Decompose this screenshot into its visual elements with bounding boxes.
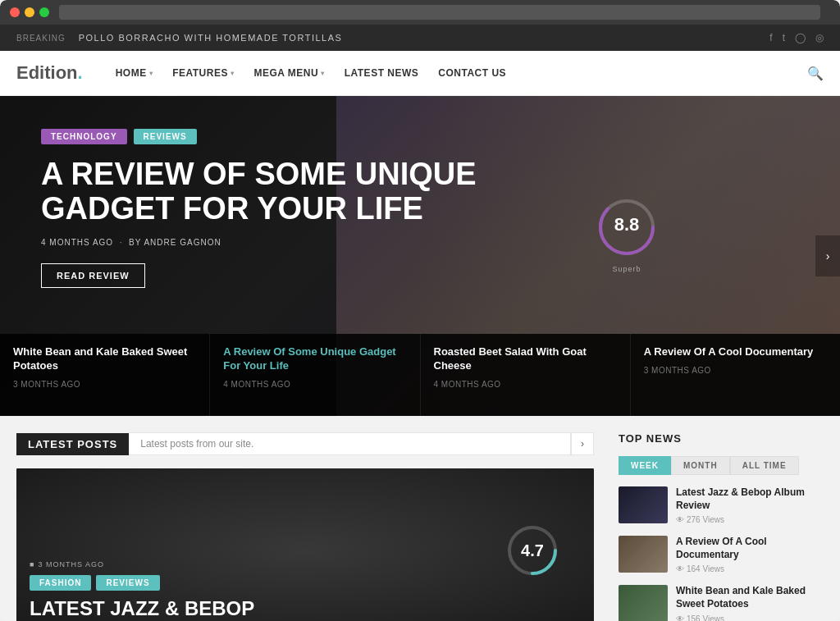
breaking-bar: BREAKING POLLO BORRACHO WITH HOMEMADE TO… (0, 25, 840, 51)
hero-rating: 8.8 Superb (594, 194, 660, 260)
news-item-views: 👁 164 Views (676, 564, 824, 573)
nav-home[interactable]: HOME ▾ (107, 62, 162, 84)
dot-green[interactable] (39, 7, 49, 17)
slide-thumbnails: White Bean and Kale Baked Sweet Potatoes… (0, 334, 840, 416)
dot-yellow[interactable] (25, 7, 34, 17)
news-item-content: White Bean and Kale Baked Sweet Potatoes… (676, 585, 824, 621)
site-logo[interactable]: Edition. (16, 62, 83, 84)
news-thumb-image (619, 536, 668, 573)
slide-thumb-0[interactable]: White Bean and Kale Baked Sweet Potatoes… (0, 334, 210, 416)
latest-posts-section: LATEST POSTS Latest posts from our site.… (0, 416, 610, 621)
news-item-content: Latest Jazz & Bebop Album Review 👁 276 V… (676, 486, 824, 524)
slide-thumb-title: Roasted Beet Salad With Goat Cheese (434, 345, 617, 373)
slide-thumb-date: 4 MONTHS AGO (223, 380, 406, 389)
slide-thumb-title: A Review Of A Cool Documentary (644, 345, 827, 359)
tab-month[interactable]: MONTH (671, 456, 730, 475)
slide-thumb-1[interactable]: A Review Of Some Unique Gadget For Your … (210, 334, 420, 416)
main-content: LATEST POSTS Latest posts from our site.… (0, 416, 840, 621)
news-thumbnail (619, 486, 668, 523)
top-news-tabs: WEEK MONTH ALL TIME (619, 456, 824, 475)
slide-thumb-2[interactable]: Roasted Beet Salad With Goat Cheese 4 MO… (421, 334, 631, 416)
post-date: ■ 3 MONTHS AGO (30, 560, 581, 568)
browser-dots (10, 7, 49, 17)
news-item[interactable]: White Bean and Kale Baked Sweet Potatoes… (619, 585, 824, 621)
slider-next-button[interactable]: › (815, 235, 840, 276)
featured-post[interactable]: ■ 3 MONTHS AGO FASHION REVIEWS LATEST JA… (16, 468, 594, 621)
search-icon[interactable]: 🔍 (807, 66, 824, 81)
hero-slider: TECHNOLOGY REVIEWS A REVIEW OF SOME UNIQ… (0, 96, 840, 416)
slide-thumb-3[interactable]: A Review Of A Cool Documentary 3 MONTHS … (631, 334, 840, 416)
news-item-views: 👁 156 Views (676, 614, 824, 621)
breaking-label: BREAKING (16, 34, 66, 43)
post-tags: FASHION REVIEWS (30, 575, 581, 591)
chevron-down-icon: ▾ (231, 70, 235, 77)
facebook-icon[interactable]: f (769, 32, 772, 43)
main-nav: HOME ▾ FEATURES ▾ MEGA MENU ▾ LATEST NEW… (107, 62, 807, 84)
hero-tags: TECHNOLOGY REVIEWS (41, 129, 799, 144)
news-thumb-image (619, 486, 668, 523)
twitter-icon[interactable]: t (783, 32, 785, 43)
section-subtitle: Latest posts from our site. (129, 432, 571, 455)
chevron-down-icon: ▾ (321, 70, 325, 77)
news-item[interactable]: Latest Jazz & Bebop Album Review 👁 276 V… (619, 486, 824, 524)
rating-label: Superb (612, 265, 641, 273)
slide-thumb-title: A Review Of Some Unique Gadget For Your … (223, 345, 406, 373)
featured-post-title: LATEST JAZZ & BEBOP (30, 597, 581, 621)
news-item[interactable]: A Review Of A Cool Documentary 👁 164 Vie… (619, 536, 824, 573)
nav-contact-us[interactable]: CONTACT US (430, 62, 514, 84)
nav-mega-menu[interactable]: MEGA MENU ▾ (245, 62, 332, 84)
slide-thumb-date: 3 MONTHS AGO (13, 380, 196, 389)
top-news-title: TOP NEWS (619, 432, 824, 445)
news-item-title: Latest Jazz & Bebop Album Review (676, 486, 824, 512)
posts-next-button[interactable]: › (571, 432, 594, 455)
hero-title: A REVIEW OF SOME UNIQUE GADGET FOR YOUR … (41, 158, 500, 226)
tag-technology[interactable]: TECHNOLOGY (41, 129, 127, 144)
breaking-text: POLLO BORRACHO WITH HOMEMADE TORTILLAS (79, 33, 770, 43)
nav-features[interactable]: FEATURES ▾ (164, 62, 242, 84)
instagram-icon[interactable]: ◯ (795, 32, 806, 43)
nav-latest-news[interactable]: LATEST NEWS (336, 62, 427, 84)
slide-thumb-date: 3 MONTHS AGO (644, 366, 827, 375)
slide-thumb-title: White Bean and Kale Baked Sweet Potatoes (13, 345, 196, 373)
browser-chrome (0, 0, 840, 25)
dot-red[interactable] (10, 7, 20, 17)
slide-thumb-date: 4 MONTHS AGO (434, 380, 617, 389)
read-review-button[interactable]: Read Review (41, 263, 145, 288)
news-item-content: A Review Of A Cool Documentary 👁 164 Vie… (676, 536, 824, 573)
tab-all-time[interactable]: ALL TIME (730, 456, 799, 475)
hero-meta: 4 MONTHS AGO · BY ANDRE GAGNON (41, 238, 799, 247)
tag-fashion[interactable]: FASHION (30, 575, 91, 591)
browser-address-bar[interactable] (59, 5, 820, 20)
tag-reviews[interactable]: REVIEWS (134, 129, 197, 144)
featured-rating: 4.7 (504, 522, 561, 579)
news-thumbnail (619, 585, 668, 621)
section-header: LATEST POSTS Latest posts from our site.… (16, 432, 594, 455)
news-item-views: 👁 276 Views (676, 515, 824, 524)
top-news-sidebar: TOP NEWS WEEK MONTH ALL TIME Latest Jazz… (610, 416, 840, 621)
section-title: LATEST POSTS (16, 433, 129, 455)
rating-number: 8.8 (614, 214, 640, 235)
news-item-title: A Review Of A Cool Documentary (676, 536, 824, 561)
site-header: Edition. HOME ▾ FEATURES ▾ MEGA MENU ▾ L… (0, 51, 840, 96)
tag-reviews-post[interactable]: REVIEWS (96, 575, 159, 591)
social-icons: f t ◯ ◎ (769, 32, 824, 43)
google-plus-icon[interactable]: ◎ (815, 32, 824, 43)
tab-week[interactable]: WEEK (619, 456, 671, 475)
logo-dot: . (78, 62, 83, 83)
logo-text: Edition (16, 62, 78, 83)
news-thumb-image (619, 585, 668, 621)
news-thumbnail (619, 536, 668, 573)
news-item-title: White Bean and Kale Baked Sweet Potatoes (676, 585, 824, 610)
chevron-down-icon: ▾ (149, 70, 153, 77)
featured-rating-number: 4.7 (521, 541, 544, 560)
hero-content: TECHNOLOGY REVIEWS A REVIEW OF SOME UNIQ… (0, 96, 840, 288)
